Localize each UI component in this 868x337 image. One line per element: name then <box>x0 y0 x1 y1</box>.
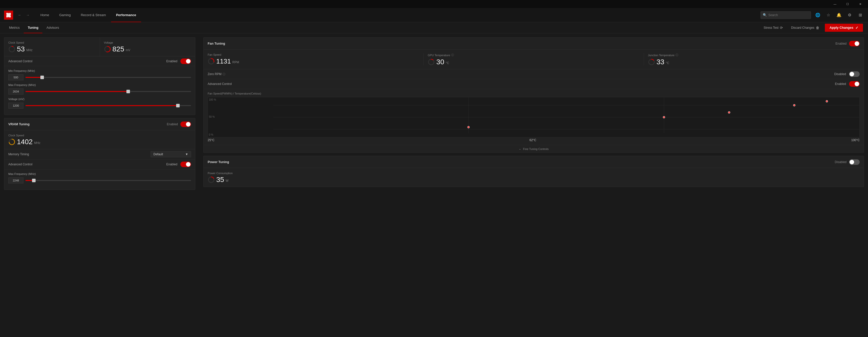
vram-max-frequency-value: 2248 <box>8 177 24 183</box>
power-enabled-toggle[interactable] <box>849 159 860 165</box>
vram-clock-value: 1402 <box>17 138 33 145</box>
fine-tuning-row[interactable]: ⌄ Fine Tuning Controls <box>204 145 864 153</box>
zero-rpm-toggle[interactable] <box>849 71 860 77</box>
power-consumption-value: 35 <box>216 176 224 183</box>
gpu-advanced-control-toggle[interactable] <box>180 59 191 64</box>
clock-speed-value: 53 <box>17 46 25 53</box>
subnav-tab-advisors[interactable]: Advisors <box>42 22 63 33</box>
navbar: ← → Home Gaming Record & Stream Performa… <box>0 8 868 22</box>
vram-tuning-card: VRAM Tuning Enabled Clock Speed <box>4 118 195 190</box>
check-icon: ✓ <box>856 26 859 30</box>
close-button[interactable]: ✕ <box>855 0 866 8</box>
fan-chart[interactable]: 100 % 50 % 0 % <box>208 97 860 137</box>
vram-max-frequency-thumb[interactable] <box>32 179 36 182</box>
power-tuning-card: Power Tuning Disabled Power Consumption <box>204 156 864 187</box>
min-frequency-thumb[interactable] <box>40 76 44 79</box>
apply-changes-button[interactable]: Apply Changes ✓ <box>825 24 863 32</box>
fan-advanced-control-value: Enabled <box>835 82 846 86</box>
vram-advanced-control-label: Advanced Control <box>8 163 32 166</box>
voltage-label: Voltage <box>104 41 191 44</box>
subnav-tabs: Metrics Tuning Advisors <box>5 22 63 33</box>
min-frequency-value: 500 <box>8 74 24 80</box>
fan-tuning-card: Fan Tuning Enabled Fan Speed <box>204 37 864 153</box>
gpu-tuning-card: Clock Speed 53 MHz Voltage <box>4 37 195 115</box>
search-box: 🔍 <box>761 11 811 19</box>
vram-advanced-control-toggle[interactable] <box>180 162 191 167</box>
svg-point-22 <box>826 100 828 102</box>
min-frequency-section: Min Frequency (MHz) 500 <box>8 69 191 80</box>
min-frequency-track <box>26 77 191 78</box>
minimize-button[interactable]: — <box>829 0 841 8</box>
gpu-advanced-control-value: Enabled <box>166 60 177 63</box>
fan-chart-title: Fan Speed(PWM%) / Temperature(Celsius) <box>208 92 860 95</box>
fan-enabled-toggle[interactable] <box>849 41 860 46</box>
voltage-value: 825 <box>113 46 124 53</box>
vram-clock-gauge <box>8 138 16 145</box>
navbar-right: 🔍 🌐 ☆ 🔔 ⚙ ⊞ <box>761 11 864 19</box>
fan-tuning-header: Fan Tuning Enabled <box>204 38 864 49</box>
subnav-right: Stress Test ⟳ Discard Changes 🗑 Apply Ch… <box>761 24 863 32</box>
nav-tab-performance[interactable]: Performance <box>111 8 141 22</box>
voltage-mv-thumb[interactable] <box>176 104 180 107</box>
gpu-advanced-control-label: Advanced Control <box>8 60 32 63</box>
spinner-icon: ⟳ <box>780 26 783 30</box>
subnav-tab-tuning[interactable]: Tuning <box>24 22 42 33</box>
amd-logo <box>4 10 13 20</box>
junction-temp-info-icon: ⓘ <box>676 53 678 57</box>
nav-tab-gaming[interactable]: Gaming <box>54 8 76 22</box>
memory-timing-dropdown[interactable]: Default ▼ <box>151 151 191 157</box>
maximize-button[interactable]: ☐ <box>842 0 854 8</box>
globe-icon-btn[interactable]: 🌐 <box>814 11 822 19</box>
junction-temp-value: 33 <box>656 59 664 66</box>
fan-chart-x-label-2: 62°C <box>529 138 536 142</box>
bell-icon-btn[interactable]: 🔔 <box>835 11 843 19</box>
svg-point-18 <box>468 126 470 128</box>
fan-chart-x-label-1: 25°C <box>208 138 215 142</box>
nav-tab-home[interactable]: Home <box>35 8 54 22</box>
search-input[interactable] <box>768 13 809 17</box>
voltage-mv-fill <box>26 105 178 106</box>
fine-tuning-label: Fine Tuning Controls <box>523 147 549 150</box>
vram-max-frequency-label: Max Frequency (MHz) <box>8 172 191 175</box>
vram-tuning-title: VRAM Tuning <box>8 122 30 126</box>
nav-tab-record-stream[interactable]: Record & Stream <box>76 8 111 22</box>
vram-clock-unit: MHz <box>34 141 40 145</box>
stress-test-button[interactable]: Stress Test ⟳ <box>761 24 785 31</box>
zero-rpm-label: Zero RPM <box>208 72 221 76</box>
forward-button[interactable]: → <box>24 11 31 19</box>
fan-speed-label: Fan Speed <box>208 53 420 56</box>
voltage-mv-section: Voltage (mV) 1200 <box>8 98 191 109</box>
back-button[interactable]: ← <box>16 11 23 19</box>
vram-advanced-control-value: Enabled <box>166 163 177 166</box>
search-icon: 🔍 <box>763 13 767 17</box>
layout-icon-btn[interactable]: ⊞ <box>857 11 864 19</box>
gpu-advanced-control-right: Enabled <box>166 59 191 64</box>
star-icon-btn[interactable]: ☆ <box>825 11 832 19</box>
max-frequency-value: 2634 <box>8 89 24 95</box>
main-content: Clock Speed 53 MHz Voltage <box>0 33 868 337</box>
fan-advanced-control-toggle[interactable] <box>849 81 860 87</box>
fan-advanced-control-right: Enabled <box>835 81 860 87</box>
junction-temp-gauge <box>648 59 655 66</box>
fan-tuning-title: Fan Tuning <box>208 42 225 45</box>
subnav: Metrics Tuning Advisors Stress Test ⟳ Di… <box>0 22 868 33</box>
titlebar: — ☐ ✕ <box>0 0 868 8</box>
vram-advanced-control-right: Enabled <box>166 162 191 167</box>
voltage-mv-track <box>26 105 191 106</box>
power-consumption-gauge <box>208 176 215 183</box>
vram-enabled-toggle[interactable] <box>180 122 191 127</box>
fan-chart-svg <box>208 97 860 137</box>
zero-rpm-value: Disabled <box>834 72 846 76</box>
discard-changes-button[interactable]: Discard Changes 🗑 <box>788 24 822 31</box>
gpu-temp-unit: °C <box>445 61 449 65</box>
max-frequency-thumb[interactable] <box>126 90 130 93</box>
fan-enabled-label: Enabled <box>835 42 846 45</box>
subnav-tab-metrics[interactable]: Metrics <box>5 22 24 33</box>
gpu-temp-label: GPU Temperature <box>428 54 450 57</box>
nav-arrows: ← → <box>16 11 31 19</box>
power-tuning-title: Power Tuning <box>208 160 229 164</box>
junction-temp-label: Junction Temperature <box>648 54 675 57</box>
fan-chart-container: Fan Speed(PWM%) / Temperature(Celsius) 1… <box>204 89 864 145</box>
settings-icon-btn[interactable]: ⚙ <box>846 11 854 19</box>
gpu-temp-value: 30 <box>436 59 444 66</box>
